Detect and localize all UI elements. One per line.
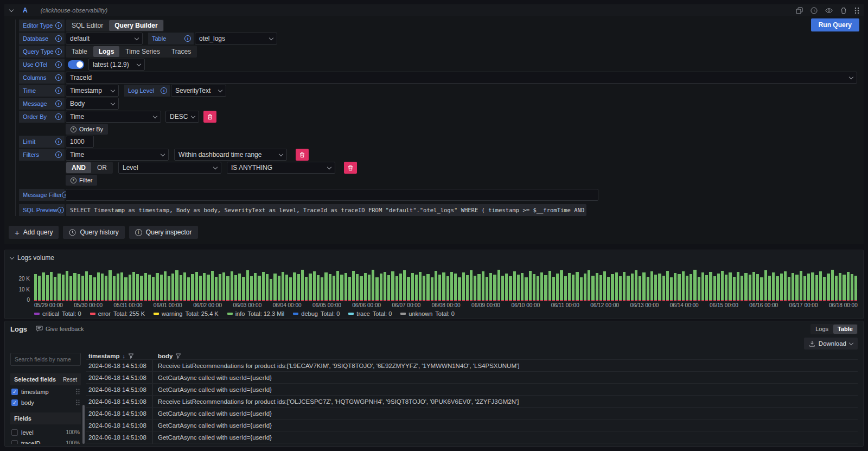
legend-item-critical[interactable]: criticalTotal: 0	[34, 310, 81, 317]
collapse-chevron-icon[interactable]	[10, 255, 14, 259]
sort-desc-icon[interactable]: ↓	[123, 353, 126, 359]
query-type-logs[interactable]: Logs	[93, 46, 120, 57]
legend-item-info[interactable]: infoTotal: 12.3 Mil	[227, 310, 285, 317]
log-level-select[interactable]: SeverityText	[171, 85, 226, 97]
remove-order-by-button[interactable]	[203, 111, 216, 123]
bar	[851, 274, 853, 301]
query-row-header[interactable]: A (clickhouse-observability)	[4, 4, 864, 16]
checkbox-checked-icon[interactable]: ✓	[11, 399, 18, 406]
info-icon[interactable]: i	[161, 87, 167, 94]
download-button[interactable]: Download	[804, 338, 858, 350]
view-logs-option[interactable]: Logs	[811, 325, 833, 334]
collapse-chevron-icon[interactable]	[9, 7, 14, 11]
give-feedback-link[interactable]: Give feedback	[36, 326, 84, 332]
info-icon[interactable]: i	[55, 48, 62, 55]
legend-item-trace[interactable]: traceTotal: 0	[348, 310, 392, 317]
legend-item-debug[interactable]: debugTotal: 0	[293, 310, 340, 317]
info-icon[interactable]: i	[58, 207, 64, 213]
duplicate-query-icon[interactable]	[796, 7, 803, 14]
filter1-field-select[interactable]: Time	[66, 149, 169, 161]
legend-item-unknown[interactable]: unknownTotal: 0	[400, 310, 455, 317]
add-filter-button[interactable]: +Filter	[66, 175, 97, 186]
add-query-button[interactable]: +Add query	[9, 226, 59, 239]
filter1-operator-select[interactable]: Within dashboard time range	[174, 149, 287, 161]
bar	[693, 270, 696, 301]
x-axis-tick: 06/15 00:00	[710, 302, 738, 308]
timestamp-column-header[interactable]: timestamp ↓	[86, 353, 152, 359]
selected-field-body[interactable]: ✓body	[10, 398, 81, 407]
query-type-traces[interactable]: Traces	[166, 46, 196, 57]
database-select[interactable]: default	[66, 33, 143, 45]
selected-field-timestamp[interactable]: ✓timestamp	[10, 387, 81, 396]
table-row[interactable]: 2024-06-18 14:51:08GetCartAsync called w…	[86, 383, 858, 395]
sql-preview-text[interactable]: SELECT Timestamp as timestamp, Body as b…	[66, 204, 586, 216]
reset-fields-button[interactable]: Reset	[63, 377, 77, 383]
remove-filter1-button[interactable]	[296, 149, 309, 161]
drag-handle-icon[interactable]	[76, 389, 80, 395]
drag-handle-icon[interactable]	[76, 399, 80, 405]
time-column-select[interactable]: Timestamp	[66, 85, 119, 97]
use-otel-toggle[interactable]	[68, 60, 84, 69]
filter-icon[interactable]	[175, 353, 181, 359]
table-row[interactable]: 2024-06-18 14:51:08Receive ListRecommend…	[86, 359, 858, 371]
info-icon[interactable]: i	[55, 100, 62, 107]
query-history-button[interactable]: Query history	[63, 226, 124, 239]
checkbox-checked-icon[interactable]: ✓	[11, 389, 18, 395]
body-column-header[interactable]: body	[152, 353, 858, 359]
editor-type-query-builder[interactable]: Query Builder	[109, 20, 163, 31]
columns-multiselect[interactable]: TraceId	[66, 72, 857, 84]
table-row[interactable]: 2024-06-18 14:51:08Receive ListRecommend…	[86, 443, 858, 444]
add-order-by-button[interactable]: +Order By	[66, 124, 108, 135]
chevron-down-icon	[153, 113, 157, 118]
filter-bool-or[interactable]: OR	[92, 162, 112, 173]
bar	[560, 270, 563, 301]
delete-query-trash-icon[interactable]	[840, 7, 847, 14]
table-row[interactable]: 2024-06-18 14:51:08Receive ListRecommend…	[86, 395, 858, 407]
info-icon[interactable]: i	[184, 35, 191, 42]
bar	[375, 277, 378, 301]
info-icon[interactable]: i	[55, 87, 62, 94]
filter-bool-and[interactable]: AND	[66, 162, 91, 173]
checkbox-empty-icon[interactable]	[11, 429, 18, 436]
filter2-field-select[interactable]: Level	[118, 162, 221, 174]
query-history-icon[interactable]	[810, 7, 818, 14]
bar	[780, 274, 783, 301]
legend-item-warning[interactable]: warningTotal: 25.4 K	[154, 310, 219, 317]
filter2-operator-select[interactable]: IS ANYTHING	[227, 162, 335, 174]
remove-filter2-button[interactable]	[344, 162, 357, 174]
legend-item-error[interactable]: errorTotal: 255 K	[90, 310, 145, 317]
message-column-select[interactable]: Body	[66, 98, 119, 110]
order-by-field-select[interactable]: Time	[66, 111, 161, 123]
table-row[interactable]: 2024-06-18 14:51:08GetCartAsync called w…	[86, 407, 858, 419]
view-table-option[interactable]: Table	[833, 325, 857, 334]
info-icon[interactable]: i	[55, 35, 62, 42]
available-field-traceID[interactable]: traceID100%	[10, 439, 81, 444]
table-row[interactable]: 2024-06-18 14:51:08GetCartAsync called w…	[86, 431, 858, 443]
order-by-direction-select[interactable]: DESC	[165, 111, 199, 123]
table-row[interactable]: 2024-06-18 14:51:08GetCartAsync called w…	[86, 419, 858, 431]
editor-type-sql-editor[interactable]: SQL Editor	[66, 20, 108, 31]
query-inspector-button[interactable]: iQuery inspector	[129, 226, 198, 239]
limit-input[interactable]: 1000	[66, 136, 94, 148]
info-icon[interactable]: i	[55, 61, 62, 68]
sidebar-scrollbar[interactable]	[82, 405, 85, 444]
info-icon[interactable]: i	[55, 151, 62, 158]
info-icon[interactable]: i	[55, 74, 62, 81]
checkbox-empty-icon[interactable]	[11, 440, 18, 444]
query-type-time-series[interactable]: Time Series	[120, 46, 165, 57]
filter-icon[interactable]	[128, 353, 134, 359]
table-select[interactable]: otel_logs	[195, 33, 277, 45]
query-type-table[interactable]: Table	[66, 46, 93, 57]
otel-version-select[interactable]: latest (1.2.9)	[88, 59, 145, 71]
info-icon[interactable]: i	[55, 113, 62, 120]
message-filter-input[interactable]	[66, 189, 598, 201]
info-icon[interactable]: i	[55, 138, 62, 145]
run-query-button[interactable]: Run Query	[811, 18, 859, 31]
table-row[interactable]: 2024-06-18 14:51:08GetCartAsync called w…	[86, 371, 858, 383]
search-fields-input[interactable]	[10, 353, 81, 366]
logs-volume-header[interactable]: Logs volume	[10, 253, 858, 263]
available-field-level[interactable]: level100%	[10, 428, 81, 437]
drag-handle-icon[interactable]	[854, 7, 859, 14]
hide-query-eye-icon[interactable]	[825, 7, 833, 14]
info-icon[interactable]: i	[55, 22, 62, 29]
